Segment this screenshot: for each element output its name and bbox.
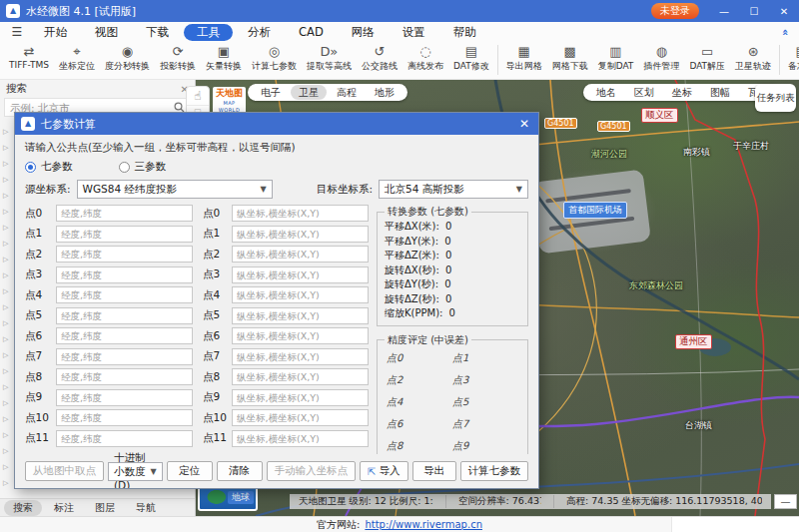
toolbar-label: 导出网格 [506,60,542,73]
toolbar-copy-dat-button[interactable]: ▥复制DAT [593,43,639,77]
point-input-xy-点8[interactable] [232,368,369,385]
basemap-tab-电子[interactable]: 电子 [253,85,289,100]
toolbar-separator [497,45,498,75]
point-input-xy-点10[interactable] [232,409,369,426]
toolbar-tiff-tms-button[interactable]: ⇄TIFF-TMS [4,43,54,77]
menu-item-工具[interactable]: 工具 [184,24,233,41]
point-input-geo-点6[interactable] [56,327,193,344]
map-label-首都国际机场: 首都国际机场 [563,202,627,219]
basemap-tab-地形[interactable]: 地形 [367,85,402,100]
toolbar-seven-params-button[interactable]: ◎计算七参数 [247,43,302,77]
menu-item-设置[interactable]: 设置 [390,24,438,41]
panel-tab-标注[interactable]: 标注 [45,500,83,516]
point-input-xy-点0[interactable] [232,205,369,222]
point-input-xy-点5[interactable] [232,307,369,324]
point-input-geo-点8[interactable] [56,368,193,385]
radio-seven-circle[interactable] [25,162,36,173]
toolbar-locate-button[interactable]: ⌖坐标定位 [54,43,100,77]
dialog-close-icon[interactable]: ✕ [510,117,538,131]
menu-item-帮助[interactable]: 帮助 [440,24,489,41]
radio-seven-params[interactable]: 七参数 [25,160,73,174]
globe-button[interactable]: 地球 [228,491,254,504]
task-list-button[interactable]: 任务列表 [755,84,796,112]
toolbar-dat-unzip-button[interactable]: ▭DAT解压 [684,43,730,77]
point-input-xy-点2[interactable] [232,246,369,263]
panel-tab-搜索[interactable]: 搜索 [4,500,42,516]
source-cs-select[interactable]: WGS84 经纬度投影▼ [77,180,273,199]
point-input-geo-点4[interactable] [56,286,193,303]
toolbar-export-grid-button[interactable]: ▦导出网格 [501,43,547,77]
maximize-button[interactable]: ☐ [739,0,769,22]
point-input-geo-点5[interactable] [56,307,193,324]
manual-input-button[interactable]: 手动输入坐标点 [267,461,357,481]
panel-tab-图层[interactable]: 图层 [86,500,124,516]
scrollbar-end-button[interactable]: — [774,494,797,509]
coordinate-format-select[interactable]: 十进制小数度(D)▼ [108,462,163,481]
panel-tab-导航[interactable]: 导航 [127,500,165,516]
point-input-geo-点10[interactable] [56,409,193,426]
radio-three-circle[interactable] [119,162,130,173]
point-input-xy-点7[interactable] [232,348,369,365]
menu-item-开始[interactable]: 开始 [31,24,80,41]
menu-item-下载[interactable]: 下载 [133,24,182,41]
overlay-tab-区划[interactable]: 区划 [626,85,662,100]
target-cs-select[interactable]: 北京54 高斯投影▼ [379,180,528,199]
overlay-tab-地名[interactable]: 地名 [588,85,624,100]
map-label-通州区: 通州区 [675,334,712,349]
hamburger-icon[interactable]: ☰ [4,25,30,39]
menu-item-网络[interactable]: 网络 [339,24,388,41]
point-input-geo-点0[interactable] [56,205,193,222]
menu-item-CAD[interactable]: CAD [286,24,337,41]
point-input-xy-点1[interactable] [232,226,369,243]
site-link[interactable]: http://www.rivermap.cn [365,519,482,530]
radio-three-params[interactable]: 三参数 [119,160,167,174]
point-input-geo-点7[interactable] [56,348,193,365]
toolbar-dms-convert-button[interactable]: ◉度分秒转换 [100,43,155,77]
menu-item-视图[interactable]: 视图 [82,24,131,41]
point-input-xy-点6[interactable] [232,327,369,344]
toolbar-satellite-track-button[interactable]: ⊛卫星轨迹 [730,43,776,77]
map-label-潮河公园: 潮河公园 [591,148,627,161]
basemap-tab-高程[interactable]: 高程 [329,85,365,100]
overlay-tab-图幅[interactable]: 图幅 [702,85,738,100]
toolbar-label: 矢量转换 [206,60,242,73]
plugin-manager-icon: ◍ [656,43,667,60]
toolbar-label: 插件管理 [643,60,679,73]
minimize-button[interactable]: — [709,0,739,22]
close-button[interactable]: ✕ [769,0,799,22]
point-input-xy-点11[interactable] [232,430,369,447]
point-input-geo-点3[interactable] [56,266,193,283]
pick-from-map-button[interactable]: 从地图中取点 [25,461,104,481]
contour-extract-icon: D» [321,43,339,60]
toolbar-offline-publish-button[interactable]: ◌离线发布 [402,43,448,77]
basemap-tab-卫星[interactable]: 卫星 [291,85,327,100]
accuracy-group: 精度评定 (中误差) 点0点1点2点3点4点5点6点7点8点9点10点11 [377,333,528,455]
point-input-geo-点9[interactable] [56,389,193,406]
toolbar-projection-convert-button[interactable]: ⟳投影转换 [155,43,201,77]
seven-params-icon: ◎ [269,43,280,60]
point-input-geo-点2[interactable] [56,246,193,263]
menu-item-分析[interactable]: 分析 [235,24,284,41]
collapse-ribbon-icon[interactable]: « [779,28,792,35]
toolbar-contour-extract-button[interactable]: D»提取等高线 [302,43,357,77]
point-input-xy-点9[interactable] [232,389,369,406]
calc-seven-params-button[interactable]: 计算七参数 [460,461,529,481]
toolbar-memo-button[interactable]: ▤备忘录 [783,43,799,77]
login-status-badge[interactable]: 未登录 [651,3,699,19]
import-button[interactable]: ⇱导入 [360,461,407,481]
point-input-geo-点1[interactable] [56,226,193,243]
toolbar-grid-download-button[interactable]: ▩网格下载 [547,43,593,77]
toolbar-bus-route-button[interactable]: ↺公交路线 [357,43,402,77]
clear-button[interactable]: 清除 [217,461,263,481]
dialog-title-bar[interactable]: ▲ 七参数计算 ✕ [15,113,538,135]
toolbar-plugin-manager-button[interactable]: ◍插件管理 [638,43,684,77]
point-input-geo-点11[interactable] [56,430,193,447]
overlay-tab-坐标[interactable]: 坐标 [664,85,700,100]
toolbar-vector-convert-button[interactable]: ▣矢量转换 [201,43,247,77]
point-input-xy-点3[interactable] [232,266,369,283]
point-label-right-点3: 点3 [197,267,228,281]
export-button[interactable]: 导出 [412,461,456,481]
toolbar-dat-edit-button[interactable]: ▤DAT修改 [448,43,494,77]
locate-button[interactable]: 定位 [167,461,213,481]
point-input-xy-点4[interactable] [232,286,369,303]
